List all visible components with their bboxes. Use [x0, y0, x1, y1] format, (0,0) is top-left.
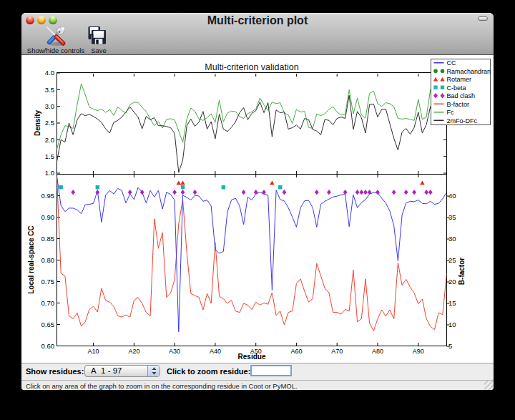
svg-text:0.85: 0.85 — [41, 235, 55, 243]
svg-text:Residue: Residue — [238, 353, 266, 361]
svg-text:40: 40 — [448, 192, 456, 200]
svg-text:Bad clash: Bad clash — [447, 92, 476, 99]
svg-text:A20: A20 — [128, 348, 139, 355]
svg-text:0.70: 0.70 — [41, 299, 55, 307]
svg-text:4.0: 4.0 — [45, 69, 54, 77]
svg-text:Multi-criterion validation: Multi-criterion validation — [205, 62, 298, 72]
svg-text:3.0: 3.0 — [45, 102, 54, 110]
svg-text:Ramachandran: Ramachandran — [447, 68, 491, 75]
svg-text:25: 25 — [448, 256, 456, 264]
svg-text:0.95: 0.95 — [41, 192, 55, 200]
svg-text:C-beta: C-beta — [447, 84, 466, 92]
svg-text:CC: CC — [447, 59, 456, 67]
svg-text:2.5: 2.5 — [45, 119, 54, 127]
svg-text:15: 15 — [448, 299, 456, 307]
svg-text:B-factor: B-factor — [447, 101, 470, 108]
svg-text:A90: A90 — [413, 348, 424, 355]
svg-text:A40: A40 — [210, 348, 221, 355]
svg-text:A80: A80 — [372, 348, 383, 355]
svg-text:A10: A10 — [88, 348, 99, 355]
svg-text:Density: Density — [34, 110, 41, 137]
svg-text:2.0: 2.0 — [45, 136, 54, 144]
svg-text:30: 30 — [448, 235, 456, 243]
svg-text:Fc: Fc — [447, 109, 454, 116]
svg-text:2mFo-DFc: 2mFo-DFc — [447, 117, 478, 124]
svg-text:0.60: 0.60 — [41, 342, 55, 350]
svg-text:0.90: 0.90 — [41, 213, 55, 221]
svg-text:10: 10 — [448, 321, 456, 328]
svg-text:Rotamer: Rotamer — [447, 76, 472, 83]
svg-text:0.75: 0.75 — [41, 278, 55, 285]
svg-text:3.5: 3.5 — [45, 86, 54, 94]
svg-text:A30: A30 — [169, 348, 180, 355]
svg-text:B-factor: B-factor — [458, 258, 466, 285]
svg-text:1.0: 1.0 — [45, 169, 54, 177]
svg-text:A60: A60 — [290, 348, 302, 355]
svg-text:0.80: 0.80 — [41, 256, 55, 264]
svg-text:1.5: 1.5 — [45, 152, 54, 160]
svg-text:35: 35 — [448, 213, 456, 221]
svg-text:Local real-space CC: Local real-space CC — [27, 225, 35, 294]
svg-text:5: 5 — [448, 342, 452, 350]
svg-text:0.65: 0.65 — [41, 321, 55, 328]
svg-text:A70: A70 — [331, 348, 343, 355]
svg-text:20: 20 — [448, 278, 456, 285]
